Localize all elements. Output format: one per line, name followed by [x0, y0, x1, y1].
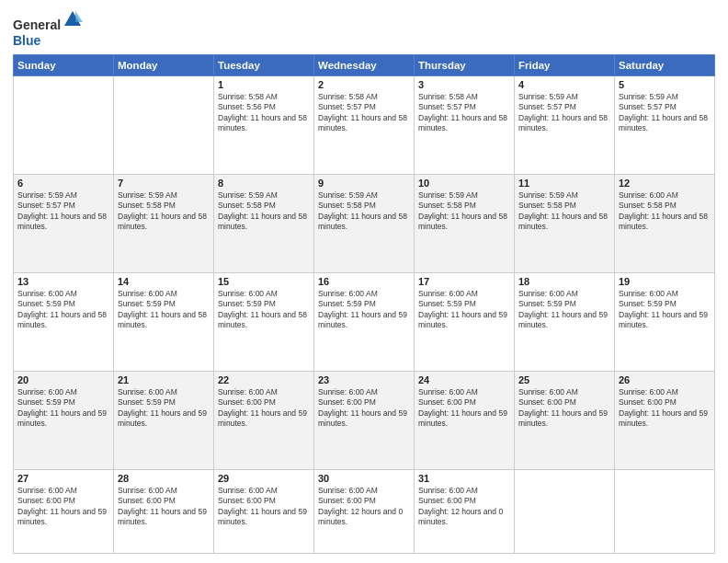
calendar-table: SundayMondayTuesdayWednesdayThursdayFrid… — [13, 54, 715, 554]
day-detail: Sunrise: 6:00 AMSunset: 6:00 PMDaylight:… — [318, 486, 410, 528]
week-row-2: 6Sunrise: 5:59 AMSunset: 5:57 PMDaylight… — [14, 174, 715, 272]
day-detail: Sunrise: 6:00 AMSunset: 5:58 PMDaylight:… — [619, 190, 711, 233]
calendar-cell: 23Sunrise: 6:00 AMSunset: 6:00 PMDayligh… — [314, 371, 415, 469]
calendar-cell: 10Sunrise: 5:59 AMSunset: 5:58 PMDayligh… — [415, 174, 515, 272]
calendar-cell: 19Sunrise: 6:00 AMSunset: 5:59 PMDayligh… — [615, 272, 715, 371]
day-number: 30 — [318, 473, 410, 484]
logo-text: General Blue — [13, 9, 83, 49]
day-number: 21 — [118, 374, 210, 385]
calendar-cell: 25Sunrise: 6:00 AMSunset: 6:00 PMDayligh… — [515, 371, 615, 469]
day-detail: Sunrise: 6:00 AMSunset: 5:59 PMDaylight:… — [518, 289, 610, 331]
calendar-cell — [515, 469, 615, 553]
day-detail: Sunrise: 5:58 AMSunset: 5:57 PMDaylight:… — [418, 92, 510, 134]
week-row-4: 20Sunrise: 6:00 AMSunset: 5:59 PMDayligh… — [14, 371, 715, 469]
calendar-cell: 8Sunrise: 5:59 AMSunset: 5:58 PMDaylight… — [214, 174, 314, 272]
day-number: 28 — [118, 473, 210, 484]
day-number: 19 — [619, 276, 711, 287]
calendar-cell: 2Sunrise: 5:58 AMSunset: 5:57 PMDaylight… — [314, 75, 415, 174]
calendar-cell: 4Sunrise: 5:59 AMSunset: 5:57 PMDaylight… — [515, 75, 615, 174]
page: General Blue SundayMondayTuesdayWednesda… — [0, 0, 728, 563]
calendar-cell: 11Sunrise: 5:59 AMSunset: 5:58 PMDayligh… — [515, 174, 615, 272]
day-detail: Sunrise: 5:59 AMSunset: 5:58 PMDaylight:… — [418, 190, 510, 233]
svg-marker-1 — [75, 11, 83, 22]
weekday-header-row: SundayMondayTuesdayWednesdayThursdayFrid… — [14, 54, 715, 75]
calendar-cell: 3Sunrise: 5:58 AMSunset: 5:57 PMDaylight… — [415, 75, 515, 174]
day-detail: Sunrise: 6:00 AMSunset: 6:00 PMDaylight:… — [17, 486, 109, 528]
day-number: 16 — [318, 276, 410, 287]
calendar-cell: 13Sunrise: 6:00 AMSunset: 5:59 PMDayligh… — [14, 272, 114, 371]
day-detail: Sunrise: 5:59 AMSunset: 5:58 PMDaylight:… — [518, 190, 610, 233]
day-detail: Sunrise: 5:59 AMSunset: 5:57 PMDaylight:… — [17, 190, 109, 233]
day-detail: Sunrise: 6:00 AMSunset: 6:00 PMDaylight:… — [318, 387, 410, 430]
day-detail: Sunrise: 5:58 AMSunset: 5:57 PMDaylight:… — [318, 92, 410, 134]
day-number: 4 — [518, 79, 610, 90]
calendar-cell: 7Sunrise: 5:59 AMSunset: 5:58 PMDaylight… — [114, 174, 214, 272]
week-row-1: 1Sunrise: 5:58 AMSunset: 5:56 PMDaylight… — [14, 75, 715, 174]
calendar-cell: 6Sunrise: 5:59 AMSunset: 5:57 PMDaylight… — [14, 174, 114, 272]
day-number: 18 — [518, 276, 610, 287]
day-detail: Sunrise: 6:00 AMSunset: 5:59 PMDaylight:… — [17, 387, 109, 430]
weekday-header-saturday: Saturday — [615, 54, 715, 75]
day-number: 26 — [619, 374, 711, 385]
calendar-cell: 22Sunrise: 6:00 AMSunset: 6:00 PMDayligh… — [214, 371, 314, 469]
logo-icon — [63, 9, 83, 29]
logo: General Blue — [13, 9, 83, 49]
calendar-cell: 29Sunrise: 6:00 AMSunset: 6:00 PMDayligh… — [214, 469, 314, 553]
day-detail: Sunrise: 6:00 AMSunset: 5:59 PMDaylight:… — [17, 289, 109, 331]
day-detail: Sunrise: 6:00 AMSunset: 6:00 PMDaylight:… — [118, 486, 210, 528]
day-number: 5 — [619, 79, 711, 90]
logo-general: General — [13, 17, 61, 32]
day-detail: Sunrise: 5:59 AMSunset: 5:58 PMDaylight:… — [318, 190, 410, 233]
day-number: 31 — [418, 473, 510, 484]
day-number: 25 — [518, 374, 610, 385]
day-detail: Sunrise: 6:00 AMSunset: 6:00 PMDaylight:… — [619, 387, 711, 430]
day-detail: Sunrise: 6:00 AMSunset: 6:00 PMDaylight:… — [218, 387, 310, 430]
day-number: 15 — [218, 276, 310, 287]
day-number: 24 — [418, 374, 510, 385]
day-number: 22 — [218, 374, 310, 385]
day-number: 20 — [17, 374, 109, 385]
calendar-cell: 5Sunrise: 5:59 AMSunset: 5:57 PMDaylight… — [615, 75, 715, 174]
week-row-5: 27Sunrise: 6:00 AMSunset: 6:00 PMDayligh… — [14, 469, 715, 553]
calendar-cell: 24Sunrise: 6:00 AMSunset: 6:00 PMDayligh… — [415, 371, 515, 469]
day-detail: Sunrise: 6:00 AMSunset: 6:00 PMDaylight:… — [218, 486, 310, 528]
day-number: 14 — [118, 276, 210, 287]
calendar-cell: 31Sunrise: 6:00 AMSunset: 6:00 PMDayligh… — [415, 469, 515, 553]
day-number: 23 — [318, 374, 410, 385]
header: General Blue — [13, 9, 715, 49]
day-number: 10 — [418, 178, 510, 189]
day-detail: Sunrise: 5:59 AMSunset: 5:58 PMDaylight:… — [118, 190, 210, 233]
day-number: 27 — [17, 473, 109, 484]
calendar-cell: 12Sunrise: 6:00 AMSunset: 5:58 PMDayligh… — [615, 174, 715, 272]
day-number: 29 — [218, 473, 310, 484]
day-detail: Sunrise: 6:00 AMSunset: 5:59 PMDaylight:… — [118, 387, 210, 430]
calendar-cell: 30Sunrise: 6:00 AMSunset: 6:00 PMDayligh… — [314, 469, 415, 553]
day-detail: Sunrise: 6:00 AMSunset: 5:59 PMDaylight:… — [418, 289, 510, 331]
day-number: 9 — [318, 178, 410, 189]
day-detail: Sunrise: 6:00 AMSunset: 5:59 PMDaylight:… — [118, 289, 210, 331]
day-number: 12 — [619, 178, 711, 189]
day-number: 11 — [518, 178, 610, 189]
day-number: 8 — [218, 178, 310, 189]
calendar-cell: 16Sunrise: 6:00 AMSunset: 5:59 PMDayligh… — [314, 272, 415, 371]
day-detail: Sunrise: 6:00 AMSunset: 5:59 PMDaylight:… — [218, 289, 310, 331]
day-detail: Sunrise: 5:59 AMSunset: 5:58 PMDaylight:… — [218, 190, 310, 233]
day-number: 6 — [17, 178, 109, 189]
day-number: 1 — [218, 79, 310, 90]
day-detail: Sunrise: 5:58 AMSunset: 5:56 PMDaylight:… — [218, 92, 310, 134]
calendar-cell — [114, 75, 214, 174]
calendar-cell: 27Sunrise: 6:00 AMSunset: 6:00 PMDayligh… — [14, 469, 114, 553]
day-detail: Sunrise: 5:59 AMSunset: 5:57 PMDaylight:… — [619, 92, 711, 134]
calendar-cell: 9Sunrise: 5:59 AMSunset: 5:58 PMDaylight… — [314, 174, 415, 272]
calendar-cell — [14, 75, 114, 174]
calendar-cell: 1Sunrise: 5:58 AMSunset: 5:56 PMDaylight… — [214, 75, 314, 174]
weekday-header-sunday: Sunday — [14, 54, 114, 75]
calendar-cell: 14Sunrise: 6:00 AMSunset: 5:59 PMDayligh… — [114, 272, 214, 371]
day-detail: Sunrise: 6:00 AMSunset: 6:00 PMDaylight:… — [518, 387, 610, 430]
calendar-cell — [615, 469, 715, 553]
weekday-header-friday: Friday — [515, 54, 615, 75]
day-number: 2 — [318, 79, 410, 90]
calendar-cell: 17Sunrise: 6:00 AMSunset: 5:59 PMDayligh… — [415, 272, 515, 371]
day-number: 13 — [17, 276, 109, 287]
calendar-cell: 15Sunrise: 6:00 AMSunset: 5:59 PMDayligh… — [214, 272, 314, 371]
